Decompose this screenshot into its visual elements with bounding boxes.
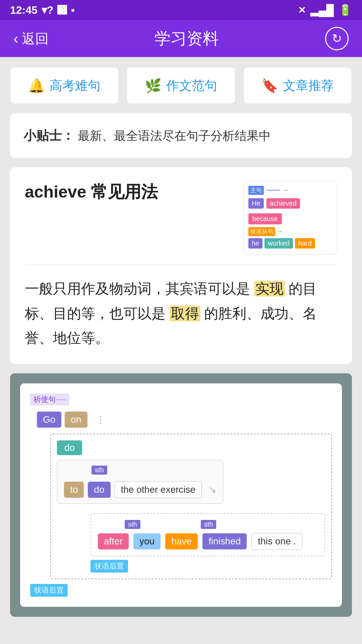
main-content: 🔔 高考难句 🌿 作文范句 🔖 文章推荐 小贴士： 最新、最全语法尽在句子分析结… — [0, 57, 362, 627]
time-display: 12:45 — [10, 4, 38, 16]
highlight-shixian: 实现 — [254, 281, 285, 297]
sth-badge: sth — [92, 466, 107, 475]
after-clause-box: sth sth after you have finished this one… — [90, 513, 325, 556]
status-right: ✕ ▂▄█ 🔋 — [298, 4, 352, 16]
word-title-area: achieve 常见用法 — [25, 181, 158, 203]
word-usage: 常见用法 — [91, 182, 158, 201]
category-essay[interactable]: 🌿 作文范句 — [127, 67, 235, 104]
tip-text: 最新、最全语法尽在句子分析结果中 — [78, 129, 271, 143]
to-chip: to — [64, 482, 84, 498]
sentence-diagram-inner: 祈使句····· Go on ⋮ do — [20, 383, 342, 607]
category-gaokao[interactable]: 🔔 高考难句 — [10, 67, 119, 104]
sentence-section: 祈使句····· Go on ⋮ do — [10, 373, 352, 617]
after-chip: after — [98, 533, 129, 549]
status-left: 12:45 ▾? 🅿 ▪ — [10, 4, 75, 16]
diagram-worked-chip: worked — [264, 238, 293, 249]
back-label: 返回 — [22, 30, 49, 48]
do-chip: do — [57, 440, 82, 455]
battery-icon: 🔋 — [339, 4, 352, 16]
sth-badge-3: sth — [201, 520, 217, 529]
article-label: 文章推荐 — [283, 77, 334, 94]
diagram-achieved-chip: achieved — [266, 198, 300, 209]
finished-chip: finished — [202, 533, 247, 549]
you-chip: you — [133, 533, 161, 549]
article-icon: 🔖 — [261, 78, 278, 94]
gaokao-label: 高考难句 — [50, 77, 101, 94]
other-exercise-chip: the other exercise — [115, 481, 202, 498]
sth-badge-2: sth — [125, 520, 140, 529]
do2-chip: do — [88, 482, 110, 498]
refresh-icon: ↻ — [332, 32, 342, 46]
nav-bar: ‹ 返回 学习资料 ↻ — [0, 20, 362, 57]
signal-x-icon: ✕ — [298, 5, 306, 16]
diagram-hard-chip: hard — [295, 238, 315, 249]
go-chip: Go — [37, 412, 61, 428]
highlight-quede: 取得 — [170, 306, 200, 321]
card-divider — [25, 265, 337, 265]
signal-bars-icon: ▂▄█ — [310, 4, 334, 16]
word-description: 一般只用作及物动词，其宾语可以是 实现 的目标、目的等，也可以是 取得 的胜利、… — [25, 276, 337, 351]
category-article[interactable]: 🔖 文章推荐 — [243, 67, 352, 104]
status-badge-1: 状语后置 — [90, 560, 128, 573]
sim-icon: ▪ — [71, 4, 74, 16]
this-one-chip: this one . — [251, 533, 302, 550]
status-bar: 12:45 ▾? 🅿 ▪ ✕ ▂▄█ 🔋 — [0, 0, 362, 20]
status-badge-2: 状语后置 — [30, 584, 68, 597]
word-title: achieve 常见用法 — [25, 181, 158, 203]
parking-icon: 🅿 — [57, 5, 67, 16]
diagram-because-chip: because — [248, 213, 282, 224]
word-card-header: achieve 常见用法 主句 → He achieved because — [25, 181, 337, 255]
refresh-button[interactable]: ↻ — [325, 27, 349, 50]
word-english: achieve — [25, 182, 86, 201]
have-chip: have — [165, 533, 198, 549]
main-clause-label: 主句 — [248, 186, 264, 195]
category-row: 🔔 高考难句 🌿 作文范句 🔖 文章推荐 — [10, 67, 352, 104]
wifi-icon: ▾? — [42, 4, 54, 16]
diagram-he-chip: He — [248, 198, 264, 209]
inner-dashed-box: sth to do the other exercise ↘ — [57, 460, 223, 504]
imperative-label: 祈使句····· — [30, 393, 69, 406]
adverbial-label: 状语从句 — [248, 227, 275, 236]
tip-box: 小贴士： 最新、最全语法尽在句子分析结果中 — [10, 113, 352, 158]
word-card: achieve 常见用法 主句 → He achieved because — [10, 167, 352, 364]
outer-dashed-box: do sth to do the other — [50, 434, 332, 579]
essay-label: 作文范句 — [166, 77, 217, 94]
diagram-he2-chip: he — [248, 238, 262, 249]
back-button[interactable]: ‹ 返回 — [13, 30, 49, 48]
back-chevron-icon: ‹ — [13, 30, 18, 47]
essay-icon: 🌿 — [145, 78, 162, 94]
page-title: 学习资料 — [155, 28, 219, 49]
on-chip: on — [65, 412, 87, 428]
word-diagram: 主句 → He achieved because 状语从句 → he wo — [243, 181, 337, 255]
tip-prefix: 小贴士： — [23, 128, 74, 143]
gaokao-icon: 🔔 — [28, 78, 45, 94]
